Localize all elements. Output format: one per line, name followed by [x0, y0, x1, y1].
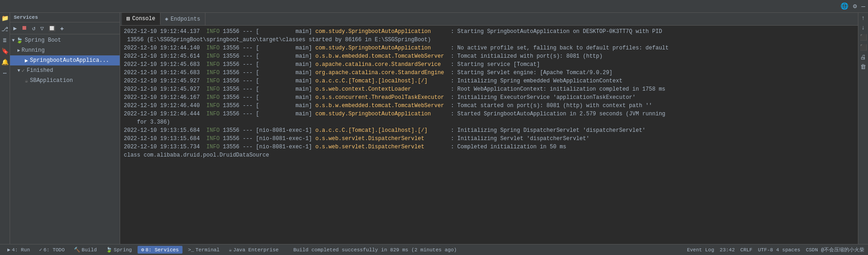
log-line-12: 2022-12-10 19:13:15.684 INFO 13556 --- [… — [124, 126, 854, 135]
services-sidebar-title: Services — [10, 13, 120, 22]
clear-icon[interactable]: ⬛ — [860, 44, 867, 51]
run-tab-icon: ▶ — [7, 247, 11, 253]
sbapp-label: SBApplication — [30, 77, 73, 84]
top-bar: 🌐 ⚙ — — [0, 0, 868, 13]
bottom-tab-terminal[interactable]: >_ Terminal — [184, 246, 223, 254]
build-tab-icon: 🔨 — [74, 247, 80, 253]
scroll-up-icon[interactable]: ↑ — [862, 15, 865, 22]
sidebar-refresh-btn[interactable]: ↺ — [31, 24, 37, 33]
sidebar-item-sbapplication[interactable]: ☕ SBApplication — [10, 76, 120, 86]
scroll-down-icon[interactable]: ↓ — [862, 24, 865, 31]
console-tab-label: Console — [132, 16, 155, 22]
settings-icon[interactable]: ⚙ — [853, 2, 857, 10]
spring-tab-icon: 🍃 — [106, 247, 112, 253]
endpoints-tab-icon: ◈ — [165, 16, 168, 22]
bookmarks-icon[interactable]: 🔖 — [1, 48, 9, 55]
enterprise-tab-label: Java Enterprise — [233, 247, 279, 253]
log-line-5: 2022-12-10 19:12:45.683 INFO 13556 --- [… — [124, 69, 854, 77]
log-line-1: 13556 (E:\SSGSpringBoot\springboot_auto\… — [124, 36, 854, 44]
build-status-message: Build completed successfully in 829 ms (… — [293, 247, 457, 253]
project-icon[interactable]: 📁 — [1, 15, 9, 22]
sidebar-item-running[interactable]: ▶ Running — [10, 45, 120, 55]
sidebar-toolbar: ▶ ⏹ ↺ ▽ 🔲 ✚ — [10, 22, 120, 34]
more-icon[interactable]: ⋯ — [3, 70, 7, 77]
sidebar-filter-btn[interactable]: ▽ — [39, 24, 45, 33]
bottom-tabs: ▶ 4: Run ✓ 6: TODO 🔨 Build 🍃 Spring ⚙ 8:… — [4, 246, 457, 254]
sidebar-stop-btn[interactable]: ⏹ — [20, 24, 29, 32]
build-tab-label: Build — [82, 247, 97, 253]
sidebar-add-btn[interactable]: ✚ — [59, 24, 65, 33]
sidebar-item-springboot[interactable]: ▼ 🍃 Spring Boot — [10, 35, 120, 45]
springboot-icon: 🍃 — [16, 37, 23, 44]
sidebar-item-springbootauto[interactable]: ▶ SpringbootAutoApplica... — [10, 55, 120, 65]
bottom-tab-enterprise[interactable]: ☕ Java Enterprise — [225, 246, 282, 254]
bottom-bar: ▶ 4: Run ✓ 6: TODO 🔨 Build 🍃 Spring ⚙ 8:… — [0, 244, 868, 255]
springbootauto-label: SpringbootAutoApplica... — [30, 57, 109, 64]
bottom-tab-build[interactable]: 🔨 Build — [70, 246, 100, 254]
terminal-tab-icon: >_ — [188, 247, 194, 253]
main-content: ▤ Console ◈ Endpoints 2022-12-10 19:12:4… — [120, 13, 858, 244]
print-icon[interactable]: 🖨 — [860, 54, 866, 61]
sidebar-item-finished[interactable]: ▼ ✓ Finished — [10, 65, 120, 76]
bottom-time: 23:42 — [720, 247, 735, 253]
log-line-7: 2022-12-10 19:12:45.927 INFO 13556 --- [… — [124, 85, 854, 93]
left-icon-rail: 📁 ⎇ ≣ 🔖 🔔 ⋯ — [0, 13, 10, 244]
sb-icon: ☕ — [25, 77, 28, 84]
arrow-icon: ▼ — [12, 38, 15, 43]
finished-label: Finished — [27, 67, 53, 74]
log-line-3: 2022-12-10 19:12:45.614 INFO 13556 --- [… — [124, 52, 854, 60]
bottom-right: Event Log 23:42 CRLF UTF-8 4 spaces CSDN… — [687, 246, 864, 253]
log-line-15: class com.alibaba.druid.pool.DruidDataSo… — [124, 151, 854, 159]
bottom-tab-services[interactable]: ⚙ 8: Services — [138, 246, 182, 254]
log-line-2: 2022-12-10 19:12:44.140 INFO 13556 --- [… — [124, 44, 854, 52]
arrow-icon: ▶ — [17, 48, 20, 53]
spring-tab-label: Spring — [114, 247, 132, 253]
arrow-icon: ▼ — [17, 68, 20, 73]
sidebar-run-btn[interactable]: ▶ — [12, 24, 18, 33]
tab-endpoints[interactable]: ◈ Endpoints — [160, 13, 205, 25]
services-sidebar: Services ▶ ⏹ ↺ ▽ 🔲 ✚ ▼ 🍃 Spring Boot ▶ R… — [10, 13, 120, 244]
log-line-8: 2022-12-10 19:12:46.167 INFO 13556 --- [… — [124, 93, 854, 102]
log-line-0: 2022-12-10 19:12:44.137 INFO 13556 --- [… — [124, 27, 854, 36]
notifications-icon[interactable]: 🔔 — [1, 59, 9, 66]
bottom-tab-spring[interactable]: 🍃 Spring — [102, 246, 136, 254]
minimize-icon[interactable]: — — [862, 3, 865, 10]
bottom-encoding: CRLF — [741, 247, 752, 253]
log-line-6: 2022-12-10 19:12:45.927 INFO 13556 --- [… — [124, 77, 854, 85]
services-tab-label: 8: Services — [145, 247, 179, 253]
log-line-4: 2022-12-10 19:12:45.683 INFO 13556 --- [… — [124, 60, 854, 69]
event-log-link[interactable]: Event Log — [687, 247, 714, 253]
log-line-13: 2022-12-10 19:13:15.684 INFO 13556 --- [… — [124, 135, 854, 143]
top-bar-icons: 🌐 ⚙ — — [840, 2, 865, 10]
console-area[interactable]: 2022-12-10 19:12:44.137 INFO 13556 --- [… — [120, 26, 858, 244]
structure-icon[interactable]: ≣ — [3, 37, 7, 44]
todo-tab-label: 6: TODO — [44, 247, 65, 253]
right-sidebar: ↑ ↓ ⬛ ⬛ 🖨 🗑 — [858, 13, 868, 244]
globe-icon[interactable]: 🌐 — [840, 2, 848, 10]
tab-console[interactable]: ▤ Console — [122, 13, 160, 25]
run-icon: ▶ — [25, 57, 28, 64]
running-label: Running — [22, 47, 44, 54]
bottom-tab-todo[interactable]: ✓ 6: TODO — [35, 246, 68, 254]
bottom-tab-run[interactable]: ▶ 4: Run — [4, 246, 33, 254]
sidebar-tree: ▼ 🍃 Spring Boot ▶ Running ▶ SpringbootAu… — [10, 34, 120, 244]
log-line-14: 2022-12-10 19:13:15.734 INFO 13556 --- [… — [124, 143, 854, 151]
finished-icon: ✓ — [22, 67, 25, 74]
endpoints-tab-label: Endpoints — [171, 16, 200, 22]
delete-icon[interactable]: 🗑 — [860, 64, 866, 71]
springboot-label: Spring Boot — [25, 37, 61, 43]
todo-tab-icon: ✓ — [39, 247, 42, 253]
enterprise-tab-icon: ☕ — [229, 247, 232, 253]
console-tab-icon: ▤ — [127, 15, 130, 22]
commit-icon[interactable]: ⎇ — [1, 26, 8, 33]
log-line-11: for 3.386) — [124, 118, 854, 126]
wrap-icon[interactable]: ⬛ — [860, 34, 867, 41]
services-tab-icon: ⚙ — [141, 247, 144, 253]
main-layout: 📁 ⎇ ≣ 🔖 🔔 ⋯ Services ▶ ⏹ ↺ ▽ 🔲 ✚ ▼ 🍃 Spr… — [0, 13, 868, 244]
bottom-user: CSDN @不会压缩的小火柴 — [806, 246, 864, 253]
log-line-9: 2022-12-10 19:12:46.440 INFO 13556 --- [… — [124, 102, 854, 110]
sidebar-group-btn[interactable]: 🔲 — [47, 24, 57, 33]
log-line-10: 2022-12-10 19:12:46.444 INFO 13556 --- [… — [124, 110, 854, 118]
tab-bar: ▤ Console ◈ Endpoints — [120, 13, 858, 26]
run-tab-label: 4: Run — [12, 247, 30, 253]
